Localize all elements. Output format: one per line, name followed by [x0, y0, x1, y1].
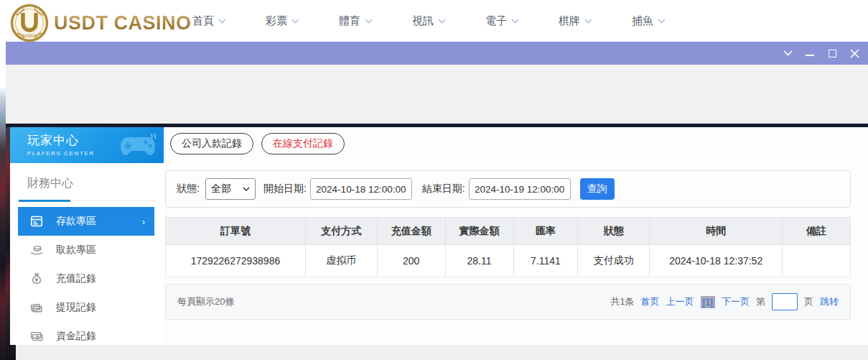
wallet-cards-icon — [29, 300, 44, 315]
sidebar-header: 玩家中心 PLAYERS CENTER — [10, 127, 164, 163]
site-logo[interactable]: CASINO USDT CASINO — [10, 4, 192, 42]
current-page-badge: [1] — [701, 296, 715, 308]
hand-coins-icon — [29, 243, 44, 257]
gamepad-icon — [119, 133, 157, 157]
nav-item-sports[interactable]: 體育 — [339, 14, 373, 28]
sidebar-item-fund-records[interactable]: 資金記錄 — [18, 322, 154, 351]
prev-page-link[interactable]: 上一页 — [666, 295, 694, 308]
nav-item-fishing[interactable]: 捕魚 — [632, 14, 666, 28]
sidebar-item-recharge-records[interactable]: 充值記錄 — [18, 264, 154, 293]
start-date-label: 開始日期: — [263, 183, 307, 195]
col-order-no: 訂單號 — [166, 218, 306, 245]
cell-time: 2024-10-18 12:37:52 — [650, 245, 783, 277]
cell-actual-amount: 28.11 — [445, 245, 513, 277]
site-header: CASINO USDT CASINO 首頁 彩票 體育 視訊 電子 棋牌 — [0, 0, 868, 43]
status-select[interactable]: 全部 — [205, 178, 256, 200]
cell-exchange-rate: 7.1141 — [513, 245, 578, 277]
nav-item-live[interactable]: 視訊 — [412, 14, 446, 28]
chevron-down-icon — [365, 19, 373, 24]
page-background-sliver — [0, 42, 6, 360]
sidebar-item-deposit-zone[interactable]: 存款專區 › — [18, 207, 154, 236]
nav-item-lottery[interactable]: 彩票 — [266, 14, 299, 28]
window-minimize-icon[interactable] — [805, 48, 815, 58]
player-center-window: 玩家中心 PLAYERS CENTER 財務中心 — [6, 42, 868, 360]
main-nav: 首頁 彩票 體育 視訊 電子 棋牌 捕魚 — [192, 0, 666, 42]
records-table: 訂單號 支付方式 充值金額 實際金額 匯率 狀態 時間 備註 172922627 — [165, 217, 851, 277]
chevron-down-icon — [584, 19, 592, 24]
status-label: 狀態: — [177, 183, 200, 195]
col-payment-method: 支付方式 — [305, 218, 377, 245]
col-status: 狀態 — [578, 218, 650, 245]
money-bag-icon — [29, 272, 44, 286]
table-header-row: 訂單號 支付方式 充值金額 實際金額 匯率 狀態 時間 備註 — [166, 218, 851, 245]
window-body: 玩家中心 PLAYERS CENTER 財務中心 — [6, 65, 868, 360]
sidebar-item-withdrawal-records[interactable]: 提現記錄 — [18, 293, 154, 322]
start-date-input[interactable] — [310, 178, 412, 200]
select-chevron-icon — [243, 187, 250, 191]
sidebar-menu: 存款專區 › 取款專區 充值記錄 提現記錄 — [10, 207, 164, 351]
window-close-icon[interactable] — [849, 48, 859, 58]
sidebar-item-withdraw-zone[interactable]: 取款專區 — [18, 236, 154, 264]
player-center-sidebar: 玩家中心 PLAYERS CENTER 財務中心 — [10, 127, 164, 345]
logo-text: USDT CASINO — [54, 12, 192, 34]
next-page-link[interactable]: 下一页 — [722, 295, 750, 308]
search-button[interactable]: 查詢 — [580, 178, 615, 200]
cell-payment-method: 虚拟币 — [305, 245, 377, 277]
window-titlebar — [6, 42, 868, 65]
chevron-down-icon — [218, 19, 226, 24]
record-tabs: 公司入款記錄 在線支付記錄 — [170, 133, 345, 154]
tab-online-payment-records[interactable]: 在線支付記錄 — [261, 133, 345, 154]
chevron-down-icon — [438, 19, 446, 24]
page-number-input[interactable] — [772, 293, 798, 310]
end-date-label: 結束日期: — [422, 183, 465, 195]
table-row: 1729226272938986 虚拟币 200 28.11 7.1141 支付… — [166, 245, 851, 277]
end-date-input[interactable] — [469, 178, 571, 200]
pagination-bar: 每頁顯示20條 共1条 首页 上一页 [1] 下一页 第 页 跳转 — [165, 284, 851, 320]
chevron-right-icon: › — [142, 216, 145, 227]
tab-company-deposit-records[interactable]: 公司入款記錄 — [170, 133, 253, 154]
sidebar-section-label: 財務中心 — [27, 176, 155, 191]
chevron-down-icon — [291, 19, 299, 24]
col-exchange-rate: 匯率 — [513, 218, 578, 245]
logo-ball-icon: CASINO — [10, 4, 49, 42]
window-collapse-icon[interactable] — [783, 48, 793, 58]
sidebar-section-divider — [19, 200, 155, 202]
first-page-link[interactable]: 首页 — [641, 295, 660, 308]
nav-item-slots[interactable]: 電子 — [485, 14, 519, 28]
chevron-down-icon — [511, 19, 519, 24]
col-time: 時間 — [650, 218, 783, 245]
cell-remark — [783, 245, 851, 277]
banknotes-icon — [29, 329, 44, 343]
svg-text:CASINO: CASINO — [22, 33, 36, 37]
cell-status: 支付成功 — [578, 245, 650, 277]
total-count-text: 共1条 — [610, 295, 634, 308]
cell-recharge-amount: 200 — [377, 245, 445, 277]
col-recharge-amount: 充值金額 — [377, 218, 445, 245]
jump-action-link[interactable]: 跳转 — [820, 295, 839, 308]
page-size-text: 每頁顯示20條 — [177, 295, 234, 308]
jump-suffix-text: 页 — [804, 295, 813, 308]
chevron-down-icon — [658, 19, 666, 24]
jump-prefix-text: 第 — [756, 295, 765, 308]
nav-item-home[interactable]: 首頁 — [192, 14, 226, 28]
filter-bar: 狀態: 全部 開始日期: 結束日期: 查詢 — [165, 170, 851, 208]
nav-item-cards[interactable]: 棋牌 — [559, 14, 592, 28]
window-maximize-icon[interactable] — [827, 48, 837, 58]
cell-order-no: 1729226272938986 — [166, 245, 306, 277]
card-machine-icon — [29, 214, 44, 229]
col-remark: 備註 — [783, 218, 851, 245]
col-actual-amount: 實際金額 — [445, 218, 513, 245]
